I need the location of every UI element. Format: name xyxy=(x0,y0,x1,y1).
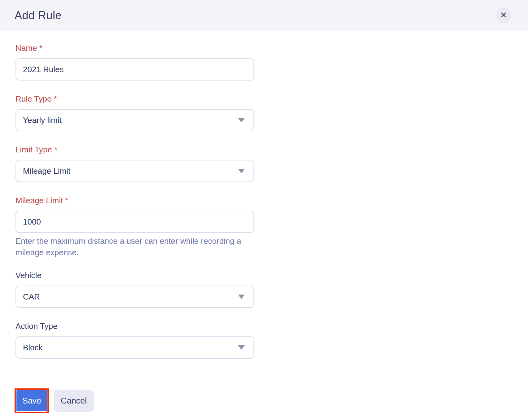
dialog-footer: Save Cancel xyxy=(0,380,528,413)
limit-type-value: Mileage Limit xyxy=(23,166,238,176)
rule-type-field-group: Rule Type * Yearly limit xyxy=(15,94,528,131)
limit-type-label: Limit Type * xyxy=(15,145,528,154)
name-label: Name * xyxy=(15,43,528,53)
chevron-down-icon xyxy=(238,118,245,122)
chevron-down-icon xyxy=(238,295,245,299)
vehicle-value: CAR xyxy=(23,292,238,302)
rule-type-label: Rule Type * xyxy=(15,94,528,103)
cancel-button[interactable]: Cancel xyxy=(54,390,94,412)
limit-type-field-group: Limit Type * Mileage Limit xyxy=(15,145,528,182)
rule-type-value: Yearly limit xyxy=(23,116,238,125)
save-button-highlight: Save xyxy=(15,388,49,413)
close-button[interactable]: ✕ xyxy=(496,8,511,23)
add-rule-form: Name * Rule Type * Yearly limit Limit Ty… xyxy=(0,31,528,359)
action-type-select[interactable]: Block xyxy=(15,336,254,359)
dialog-header: Add Rule ✕ xyxy=(0,0,528,31)
close-icon: ✕ xyxy=(500,11,507,20)
mileage-limit-field-group: Mileage Limit * Enter the maximum distan… xyxy=(15,196,528,258)
chevron-down-icon xyxy=(238,345,245,350)
name-field-group: Name * xyxy=(15,43,528,81)
vehicle-select[interactable]: CAR xyxy=(15,286,254,308)
vehicle-label: Vehicle xyxy=(15,271,528,280)
chevron-down-icon xyxy=(238,169,245,173)
dialog-title: Add Rule xyxy=(15,9,62,22)
mileage-limit-helper: Enter the maximum distance a user can en… xyxy=(15,235,256,258)
limit-type-select[interactable]: Mileage Limit xyxy=(15,160,254,182)
vehicle-field-group: Vehicle CAR xyxy=(15,271,528,308)
action-type-label: Action Type xyxy=(15,322,528,331)
mileage-limit-label: Mileage Limit * xyxy=(15,196,528,205)
name-input[interactable] xyxy=(15,58,254,81)
action-type-value: Block xyxy=(23,343,238,352)
action-type-field-group: Action Type Block xyxy=(15,322,528,359)
mileage-limit-input[interactable] xyxy=(15,211,254,233)
save-button[interactable]: Save xyxy=(16,390,47,411)
rule-type-select[interactable]: Yearly limit xyxy=(15,109,254,131)
